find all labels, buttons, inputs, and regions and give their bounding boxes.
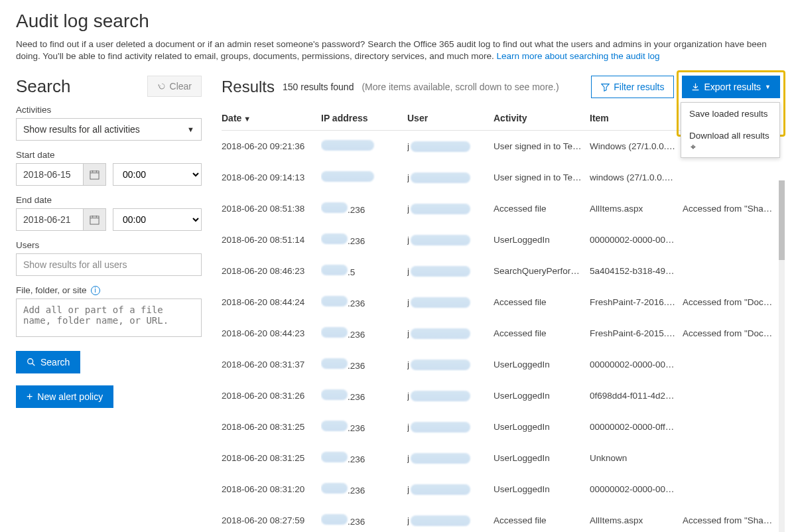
users-label: Users: [16, 240, 202, 250]
cell-activity: User signed in to Tea...: [494, 131, 590, 163]
table-row[interactable]: 2018-06-20 08:51:38.236jAccessed fileAll…: [222, 193, 780, 224]
cell-user: j: [407, 474, 494, 505]
table-row[interactable]: 2018-06-20 08:51:14.236jUserLoggedIn0000…: [222, 224, 780, 255]
cell-activity: SearchQueryPerformed: [494, 255, 590, 287]
cell-extra: Accessed from "Docu...: [683, 318, 780, 349]
activities-dropdown[interactable]: Show results for all activities ▼: [16, 118, 202, 141]
table-row[interactable]: 2018-06-20 08:31:26.236jUserLoggedIn0f69…: [222, 380, 780, 411]
table-row[interactable]: 2018-06-20 08:46:23.5jSearchQueryPerform…: [222, 255, 780, 287]
cell-item: 00000002-0000-0000...: [590, 474, 683, 505]
end-date-label: End date: [16, 195, 202, 205]
cell-date: 2018-06-20 08:31:26: [222, 380, 321, 411]
cell-date: 2018-06-20 08:31:25: [222, 411, 321, 442]
activities-value: Show results for all activities: [23, 124, 140, 135]
table-row[interactable]: 2018-06-20 08:31:25.236jUserLoggedInUnkn…: [222, 442, 780, 474]
cell-extra: [683, 380, 780, 411]
col-activity[interactable]: Activity: [494, 107, 590, 131]
save-loaded-results-item[interactable]: Save loaded results: [681, 103, 779, 125]
info-icon[interactable]: i: [91, 286, 100, 295]
new-alert-button[interactable]: + New alert policy: [16, 385, 113, 408]
search-icon: [27, 358, 36, 367]
cell-activity: User signed in to Tea...: [494, 162, 590, 193]
cell-date: 2018-06-20 09:14:13: [222, 162, 321, 193]
scrollbar-thumb[interactable]: [779, 180, 785, 260]
cell-activity: UserLoggedIn: [494, 380, 590, 411]
cell-date: 2018-06-20 08:27:59: [222, 505, 321, 532]
cell-activity: UserLoggedIn: [494, 349, 590, 380]
cell-user: j: [407, 255, 494, 287]
cell-item: AllItems.aspx: [590, 193, 683, 224]
cell-user: j: [407, 442, 494, 474]
activities-label: Activities: [16, 105, 202, 115]
download-all-results-item[interactable]: Download all results⌖: [681, 125, 779, 157]
filter-icon: [601, 83, 610, 92]
scrollbar[interactable]: [779, 180, 785, 532]
cell-item: 5a404152-b318-4993...: [590, 255, 683, 287]
col-item[interactable]: Item: [590, 107, 683, 131]
cell-user: j: [407, 318, 494, 349]
cell-user: j: [407, 131, 494, 163]
clear-label: Clear: [170, 81, 192, 92]
cell-activity: UserLoggedIn: [494, 474, 590, 505]
cell-user: j: [407, 287, 494, 318]
cell-extra: [683, 474, 780, 505]
calendar-icon[interactable]: [83, 209, 105, 230]
table-row[interactable]: 2018-06-20 08:27:59.236jAccessed fileAll…: [222, 505, 780, 532]
cell-ip: .236: [321, 411, 407, 442]
export-label: Export results: [704, 82, 761, 92]
start-time-select[interactable]: 00:00: [113, 163, 202, 186]
cell-activity: Accessed file: [494, 287, 590, 318]
cell-date: 2018-06-20 08:31:25: [222, 442, 321, 474]
download-icon: [691, 83, 700, 92]
cell-item: 00000002-0000-0000...: [590, 349, 683, 380]
learn-more-link[interactable]: Learn more about searching the audit log: [496, 51, 659, 61]
cell-ip: [321, 131, 407, 163]
cell-date: 2018-06-20 08:44:24: [222, 287, 321, 318]
col-date[interactable]: Date▼: [222, 107, 321, 131]
cell-ip: .236: [321, 505, 407, 532]
start-date-input[interactable]: [17, 164, 83, 185]
cell-extra: [683, 349, 780, 380]
page-title: Audit log search: [16, 11, 780, 32]
table-row[interactable]: 2018-06-20 08:31:20.236jUserLoggedIn0000…: [222, 474, 780, 505]
search-panel: Search Clear Activities Show results for…: [16, 76, 202, 532]
search-button[interactable]: Search: [16, 351, 80, 373]
export-results-button[interactable]: Export results ▼: [682, 76, 780, 98]
search-title: Search: [16, 76, 70, 97]
users-input[interactable]: [16, 253, 202, 276]
table-row[interactable]: 2018-06-20 08:44:23.236jAccessed fileFre…: [222, 318, 780, 349]
svg-line-9: [33, 364, 35, 366]
end-time-select[interactable]: 00:00: [113, 208, 202, 231]
calendar-icon[interactable]: [83, 164, 105, 185]
cell-user: j: [407, 411, 494, 442]
col-ip[interactable]: IP address: [321, 107, 407, 131]
cell-activity: Accessed file: [494, 318, 590, 349]
clear-button[interactable]: Clear: [147, 76, 202, 97]
cell-ip: .236: [321, 318, 407, 349]
col-user[interactable]: User: [407, 107, 494, 131]
cell-item: Unknown: [590, 442, 683, 474]
cell-extra: [683, 411, 780, 442]
cell-date: 2018-06-20 08:46:23: [222, 255, 321, 287]
cell-extra: [683, 255, 780, 287]
filter-results-button[interactable]: Filter results: [591, 76, 674, 98]
table-row[interactable]: 2018-06-20 09:14:13jUser signed in to Te…: [222, 162, 780, 193]
cell-item: Windows (27/1.0.0.20...: [590, 131, 683, 163]
end-date-input[interactable]: [17, 209, 83, 230]
file-input[interactable]: [16, 299, 202, 337]
cell-ip: [321, 162, 407, 193]
table-row[interactable]: 2018-06-20 08:44:24.236jAccessed fileFre…: [222, 287, 780, 318]
table-row[interactable]: 2018-06-20 08:31:37.236jUserLoggedIn0000…: [222, 349, 780, 380]
cell-ip: .236: [321, 349, 407, 380]
cell-date: 2018-06-20 08:31:37: [222, 349, 321, 380]
cell-activity: UserLoggedIn: [494, 442, 590, 474]
cell-ip: .236: [321, 224, 407, 255]
table-row[interactable]: 2018-06-20 08:31:25.236jUserLoggedIn0000…: [222, 411, 780, 442]
cell-ip: .236: [321, 442, 407, 474]
export-dropdown: Save loaded results Download all results…: [681, 102, 780, 158]
results-title: Results: [222, 78, 275, 96]
cell-date: 2018-06-20 08:51:38: [222, 193, 321, 224]
cell-activity: Accessed file: [494, 505, 590, 532]
plus-icon: +: [27, 391, 33, 402]
sort-desc-icon: ▼: [243, 115, 251, 123]
